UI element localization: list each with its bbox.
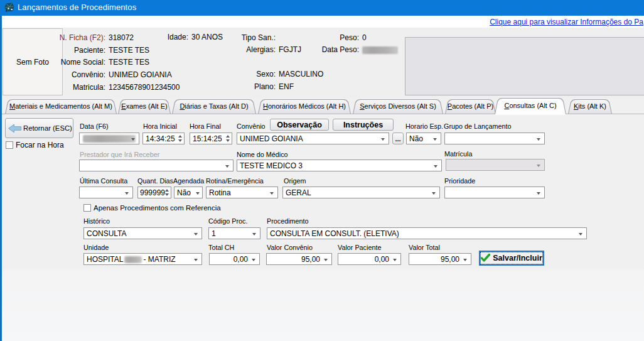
observacao-button[interactable]: Observação	[270, 119, 329, 131]
data-dropdown-icon[interactable]	[131, 138, 135, 141]
codigo-dropdown-icon[interactable]	[252, 233, 256, 235]
data-label: Data (F6)	[80, 122, 109, 130]
app-icon	[4, 3, 15, 13]
rotina-dropdown-icon[interactable]	[270, 192, 274, 195]
ultima-consulta-dropdown-icon[interactable]	[125, 192, 129, 195]
tab-servicos[interactable]: Serviços Diversos (Alt S)	[353, 99, 443, 114]
hora-inicial-spin-buttons[interactable]	[177, 133, 183, 144]
ultima-consulta-label: Última Consulta	[80, 177, 127, 185]
plano-value: ENF	[279, 82, 294, 91]
quant-dias-spin-buttons[interactable]	[164, 187, 169, 198]
valor-paciente-combobox[interactable]: 0,00	[338, 253, 401, 265]
codigo-proc-combobox[interactable]: 1	[208, 227, 260, 239]
patient-peso: Peso: 0	[0, 33, 359, 42]
hora-inicial-spinner[interactable]: 14:34:25	[142, 133, 185, 144]
rotina-emergencia-combobox[interactable]: Rotina	[206, 187, 278, 198]
focar-checkbox-box[interactable]	[6, 141, 13, 149]
quant-dias-spinner[interactable]: 999999	[137, 187, 171, 198]
valor-total-label: Valor Total	[409, 244, 440, 251]
hora-final-spin-buttons[interactable]	[225, 133, 230, 144]
focar-checkbox-label: Focar na Hora	[16, 141, 64, 149]
procedimento-label: Procedimento	[267, 217, 309, 225]
origem-dropdown-icon[interactable]	[432, 192, 436, 195]
instrucoes-button[interactable]: Instruções	[333, 119, 394, 131]
procedimento-combobox[interactable]: CONSULTA EM CONSULT. (ELETIVA)	[267, 227, 587, 239]
prioridade-dropdown-icon[interactable]	[537, 192, 540, 195]
grupo-dropdown-icon[interactable]	[537, 138, 540, 141]
horario-esp-dropdown-icon[interactable]	[433, 138, 437, 141]
unidade-redacted-part	[124, 256, 142, 263]
peso-label: Peso:	[340, 33, 359, 42]
total-ch-combobox[interactable]: 0,00	[209, 253, 260, 265]
grupo-lancamento-label: Grupo de Lançamento	[444, 122, 511, 130]
agendada-dropdown-icon[interactable]	[196, 192, 200, 195]
peso-value: 0	[362, 33, 367, 42]
tab-kits[interactable]: Kits (Alt K)	[568, 99, 612, 114]
tab-materiais[interactable]: Materiais e Medicamentos (Alt M)	[5, 99, 117, 114]
historico-label: Histórico	[83, 217, 110, 225]
window-left-border	[0, 16, 2, 341]
total-ch-label: Total CH	[208, 244, 234, 251]
agendada-combobox[interactable]: Não	[174, 187, 203, 198]
hora-final-spinner[interactable]: 15:14:25	[190, 133, 232, 144]
prestador-combobox[interactable]	[79, 160, 233, 171]
prioridade-combobox[interactable]	[444, 187, 545, 198]
apenas-procedimentos-checkbox[interactable]: Apenas Procedimentos com Referencia	[83, 204, 221, 212]
retornar-label: Retornar (ESC)	[23, 124, 72, 132]
agendada-label: Agendada	[173, 177, 204, 185]
patient-social-name: Nome Social: TESTE TES	[0, 58, 105, 67]
window-title: Lançamentos de Procedimentos	[18, 3, 136, 12]
horario-esp-label: Horario Esp.	[405, 122, 443, 130]
horario-esp-combobox[interactable]: Não	[406, 133, 441, 144]
link-bar: Clique aqui para visualizar Informações …	[0, 16, 644, 28]
data-peso-label: Data Peso:	[322, 45, 359, 54]
procedimento-dropdown-icon[interactable]	[579, 233, 582, 235]
data-redacted-value	[83, 135, 136, 143]
valor-convenio-combobox[interactable]: 95,00	[266, 253, 332, 265]
valor-convenio-dropdown-icon[interactable]	[324, 259, 328, 261]
data-combobox[interactable]	[79, 133, 139, 144]
prestador-dropdown-icon[interactable]	[225, 165, 229, 168]
convenio-ellipsis-button[interactable]: ...	[392, 133, 404, 144]
patient-info-link[interactable]: Clique aqui para visualizar Informações …	[490, 18, 643, 26]
nome-medico-label: Nome do Médico	[237, 151, 288, 158]
tab-diarias[interactable]: Diárias e Taxas (Alt D)	[172, 99, 256, 114]
tab-pacotes[interactable]: Pacotes (Alt P)	[445, 99, 496, 114]
patient-extra-panel	[405, 37, 644, 95]
tab-consultas[interactable]: Consultas (Alt C)	[495, 98, 566, 114]
valor-total-combobox[interactable]: 95,00	[409, 253, 471, 265]
unidade-dropdown-icon[interactable]	[194, 259, 198, 261]
nome-medico-combobox[interactable]: TESTE MEDICO 3	[237, 160, 442, 171]
valor-convenio-label: Valor Convênio	[267, 244, 313, 251]
salvar-incluir-button[interactable]: Salvar/Incluir	[479, 251, 544, 266]
check-icon	[481, 254, 490, 264]
retornar-button[interactable]: Retornar (ESC)	[5, 118, 73, 138]
sexo-value: MASCULINO	[279, 70, 323, 78]
consultas-panel: Retornar (ESC) Focar na Hora Data (F6) H…	[0, 114, 644, 341]
focar-na-hora-checkbox[interactable]: Focar na Hora	[6, 141, 64, 149]
unidade-combobox[interactable]: HOSPITAL - MATRIZ	[83, 253, 202, 265]
tab-strip: Materiais e Medicamentos (Alt M) Exames …	[0, 98, 644, 114]
apenas-checkbox-box[interactable]	[83, 204, 91, 212]
total-ch-dropdown-icon[interactable]	[252, 259, 255, 261]
valor-total-dropdown-icon[interactable]	[463, 259, 467, 261]
matricula-dropdown-icon	[537, 165, 540, 167]
tab-exames[interactable]: Exames (Alt E)	[118, 99, 171, 114]
sexo-label: Sexo:	[256, 70, 276, 78]
valor-paciente-dropdown-icon[interactable]	[393, 259, 397, 261]
titlebar: Lançamentos de Procedimentos	[0, 0, 644, 16]
medico-dropdown-icon[interactable]	[434, 165, 437, 168]
patient-sexo: Sexo: MASCULINO	[0, 70, 276, 78]
origem-combobox[interactable]: GERAL	[282, 187, 440, 198]
historico-dropdown-icon[interactable]	[194, 233, 198, 235]
apenas-checkbox-label: Apenas Procedimentos com Referencia	[94, 204, 221, 212]
unidade-value-prefix: HOSPITAL	[87, 255, 123, 264]
grupo-lancamento-combobox[interactable]	[444, 133, 545, 144]
nome-social-label: Nome Social:	[61, 58, 105, 67]
prestador-label: Prestador que Irá Receber	[80, 151, 159, 158]
ultima-consulta-combobox[interactable]	[79, 187, 133, 198]
convenio-combobox[interactable]: UNIMED GOIANIA	[237, 133, 389, 144]
historico-combobox[interactable]: CONSULTA	[83, 227, 202, 239]
convenio-dropdown-icon[interactable]	[381, 138, 385, 141]
tab-honorarios[interactable]: Honorários Médicos (Alt H)	[258, 99, 351, 114]
